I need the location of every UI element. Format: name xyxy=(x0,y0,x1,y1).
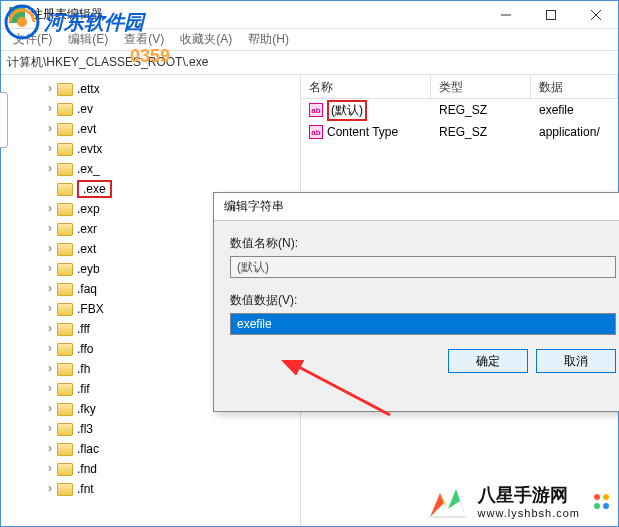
tree-item-label: .fky xyxy=(77,402,96,416)
chevron-right-icon[interactable]: › xyxy=(45,423,55,433)
tree-item-label: .exr xyxy=(77,222,97,236)
folder-icon xyxy=(57,263,73,276)
chevron-right-icon[interactable]: › xyxy=(45,223,55,233)
tree-item-ettx[interactable]: ›.ettx xyxy=(1,79,300,99)
folder-icon xyxy=(57,443,73,456)
chevron-right-icon[interactable]: › xyxy=(45,463,55,473)
folder-icon xyxy=(57,403,73,416)
tree-item-label: .ettx xyxy=(77,82,100,96)
tree-item-label: .fnd xyxy=(77,462,97,476)
chevron-right-icon[interactable]: › xyxy=(45,283,55,293)
folder-icon xyxy=(57,103,73,116)
chevron-right-icon[interactable]: › xyxy=(45,103,55,113)
dialog-title: 编辑字符串 xyxy=(214,193,619,221)
tree-item-label: .fh xyxy=(77,362,90,376)
tree-item-label: .faq xyxy=(77,282,97,296)
chevron-right-icon[interactable]: › xyxy=(45,263,55,273)
cell-name: Content Type xyxy=(301,123,431,141)
chevron-right-icon[interactable]: › xyxy=(45,443,55,453)
folder-icon xyxy=(57,283,73,296)
chevron-right-icon[interactable]: › xyxy=(45,363,55,373)
address-bar[interactable]: 计算机\HKEY_CLASSES_ROOT\.exe xyxy=(1,51,618,75)
col-type[interactable]: 类型 xyxy=(431,75,531,98)
folder-icon xyxy=(57,423,73,436)
tree-item-ex_[interactable]: ›.ex_ xyxy=(1,159,300,179)
chevron-right-icon[interactable]: › xyxy=(45,123,55,133)
menu-file[interactable]: 文件(F) xyxy=(7,29,58,50)
cancel-button[interactable]: 取消 xyxy=(536,349,616,373)
tree-item-label: .ffo xyxy=(77,342,93,356)
close-button[interactable] xyxy=(573,1,618,29)
menu-help[interactable]: 帮助(H) xyxy=(242,29,295,50)
tree-item-label: .eyb xyxy=(77,262,100,276)
folder-icon xyxy=(57,243,73,256)
side-tab[interactable] xyxy=(0,92,8,148)
tree-item-label: .ext xyxy=(77,242,96,256)
value-name-label: 数值名称(N): xyxy=(230,235,616,252)
tree-item-fl3[interactable]: ›.fl3 xyxy=(1,419,300,439)
menu-favorites[interactable]: 收藏夹(A) xyxy=(174,29,238,50)
tree-item-label: .flac xyxy=(77,442,99,456)
cell-type: REG_SZ xyxy=(431,123,531,141)
menu-view[interactable]: 查看(V) xyxy=(118,29,170,50)
tree-item-label: .fff xyxy=(77,322,90,336)
tree-item-evtx[interactable]: ›.evtx xyxy=(1,139,300,159)
list-row[interactable]: (默认)REG_SZexefile xyxy=(301,99,618,121)
chevron-right-icon[interactable]: › xyxy=(45,83,55,93)
chevron-right-icon[interactable]: › xyxy=(45,303,55,313)
tree-item-fnd[interactable]: ›.fnd xyxy=(1,459,300,479)
tree-item-label: .fif xyxy=(77,382,90,396)
reg-string-icon xyxy=(309,125,323,139)
chevron-right-icon[interactable]: › xyxy=(45,323,55,333)
folder-icon xyxy=(57,363,73,376)
folder-icon xyxy=(57,343,73,356)
tree-item-fnt[interactable]: ›.fnt xyxy=(1,479,300,499)
list-row[interactable]: Content TypeREG_SZapplication/ xyxy=(301,121,618,143)
chevron-right-icon[interactable]: › xyxy=(45,203,55,213)
tree-item-label: .ev xyxy=(77,102,93,116)
tree-item-label: .exp xyxy=(77,202,100,216)
tree-item-flac[interactable]: ›.flac xyxy=(1,439,300,459)
value-name-field[interactable] xyxy=(230,256,616,278)
folder-icon xyxy=(57,203,73,216)
folder-icon xyxy=(57,123,73,136)
tree-item-label: .fl3 xyxy=(77,422,93,436)
tree-item-label: .evtx xyxy=(77,142,102,156)
chevron-right-icon[interactable]: › xyxy=(45,163,55,173)
tree-item-evt[interactable]: ›.evt xyxy=(1,119,300,139)
chevron-right-icon[interactable] xyxy=(45,183,55,193)
app-icon xyxy=(9,7,25,23)
tree-item-label: .evt xyxy=(77,122,96,136)
folder-icon xyxy=(57,303,73,316)
value-data-field[interactable] xyxy=(230,313,616,335)
chevron-right-icon[interactable]: › xyxy=(45,343,55,353)
window-buttons xyxy=(483,1,618,29)
cell-data: application/ xyxy=(531,123,618,141)
tree-item-ev[interactable]: ›.ev xyxy=(1,99,300,119)
folder-icon xyxy=(57,83,73,96)
chevron-right-icon[interactable]: › xyxy=(45,143,55,153)
menu-edit[interactable]: 编辑(E) xyxy=(62,29,114,50)
chevron-right-icon[interactable]: › xyxy=(45,383,55,393)
menubar: 文件(F) 编辑(E) 查看(V) 收藏夹(A) 帮助(H) xyxy=(1,29,618,51)
value-data-label: 数值数据(V): xyxy=(230,292,616,309)
ok-button[interactable]: 确定 xyxy=(448,349,528,373)
cell-type: REG_SZ xyxy=(431,101,531,119)
chevron-right-icon[interactable]: › xyxy=(45,403,55,413)
tree-item-label: .FBX xyxy=(77,302,104,316)
minimize-button[interactable] xyxy=(483,1,528,29)
folder-icon xyxy=(57,463,73,476)
tree-item-label: .ex_ xyxy=(77,162,100,176)
folder-icon xyxy=(57,483,73,496)
maximize-button[interactable] xyxy=(528,1,573,29)
chevron-right-icon[interactable]: › xyxy=(45,483,55,493)
edit-string-dialog: 编辑字符串 数值名称(N): 数值数据(V): 确定 取消 xyxy=(213,192,619,412)
folder-icon xyxy=(57,323,73,336)
col-name[interactable]: 名称 xyxy=(301,75,431,98)
folder-icon xyxy=(57,183,73,196)
window-title: 注册表编辑器 xyxy=(31,6,483,23)
svg-rect-1 xyxy=(546,10,555,19)
chevron-right-icon[interactable]: › xyxy=(45,243,55,253)
col-data[interactable]: 数据 xyxy=(531,75,618,98)
folder-icon xyxy=(57,163,73,176)
